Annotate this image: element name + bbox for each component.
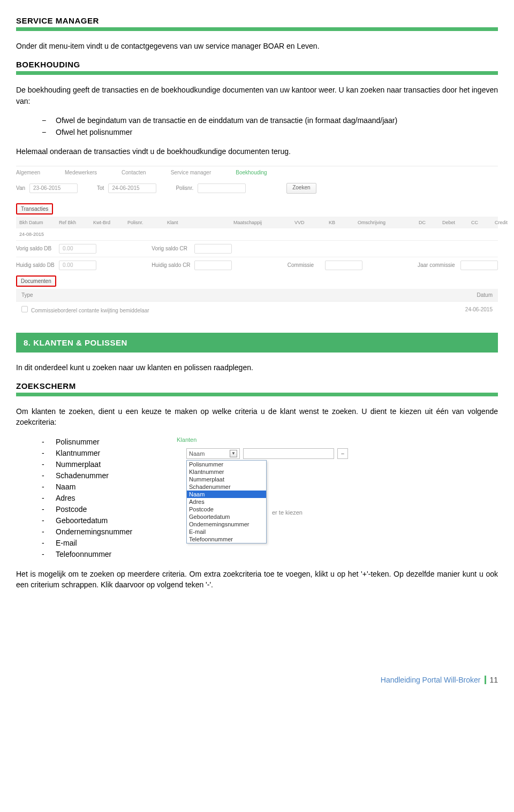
dash-icon: -	[42, 436, 56, 448]
doc-col-type: Type	[21, 292, 33, 298]
col-debet: Debet	[442, 220, 469, 225]
dash-icon: −	[42, 127, 56, 137]
jaar-commissie-label: Jaar commissie	[418, 262, 460, 268]
klanten-polissen-banner: 8. KLANTEN & POLISSEN	[16, 333, 498, 353]
col-credit: Credit	[495, 220, 514, 225]
col-cc: CC	[471, 220, 493, 225]
criteria-list: -Polisnummer -Klantnummer -Nummerplaat -…	[42, 436, 155, 560]
dash-icon: -	[42, 515, 56, 526]
polisnr-input[interactable]	[198, 183, 246, 193]
zoeken-button[interactable]: Zoeken	[286, 183, 316, 194]
dd-option[interactable]: Postcode	[187, 505, 266, 513]
boekhouding-bullets: −Ofwel de begindatum van de transactie e…	[42, 115, 498, 138]
bullet-text: Ofwel het polisnummer	[56, 127, 132, 137]
section-rule	[16, 71, 498, 75]
select-value: Naam	[189, 450, 205, 457]
klanten-dropdown-screenshot: Klanten Naam ▼ − Polisnummer Klantnummer…	[177, 436, 348, 550]
tot-input[interactable]: 24-06-2015	[108, 183, 156, 193]
dd-option-selected[interactable]: Naam	[187, 491, 266, 498]
table-row: 24-08-2015	[16, 228, 498, 240]
huidig-saldo-row: Huidig saldo DB 0.00 Huidig saldo CR Com…	[16, 257, 498, 273]
vorig-saldo-cr-label: Vorig saldo CR	[152, 246, 194, 251]
list-item-label: Adres	[56, 493, 75, 504]
dash-icon: -	[42, 448, 56, 459]
footer-page-number: 11	[485, 676, 498, 684]
dash-icon: -	[42, 481, 56, 493]
col-vvd: VVD	[294, 220, 327, 225]
huidig-saldo-cr-value	[194, 261, 232, 270]
col-omschrijving: Omschrijving	[358, 220, 417, 225]
document-icon	[21, 306, 28, 312]
criteria-select[interactable]: Naam ▼	[186, 448, 240, 459]
dd-option[interactable]: Schadenummer	[187, 483, 266, 491]
section-rule	[16, 393, 498, 396]
tab-medewerkers[interactable]: Medewerkers	[65, 170, 97, 175]
dd-option[interactable]: Telefoonnummer	[187, 535, 266, 543]
document-row[interactable]: Commissieborderel contante kwijting bemi…	[16, 301, 498, 318]
list-item-label: Geboortedatum	[56, 515, 108, 526]
list-item-label: Naam	[56, 481, 75, 493]
boekhouding-intro: De boekhouding geeft de transacties en d…	[16, 85, 498, 106]
documenten-header: Type Datum	[16, 289, 498, 301]
list-item-label: Ondernemingsnummer	[56, 526, 132, 538]
dash-icon: -	[42, 470, 56, 481]
dash-icon: -	[42, 493, 56, 504]
list-item-label: Nummerplaat	[56, 459, 101, 470]
dd-hint-text: er te kiezen	[272, 509, 434, 516]
transacties-button[interactable]: Transacties	[16, 203, 53, 215]
klanten-intro: In dit onderdeel kunt u zoeken naar uw k…	[16, 362, 498, 373]
dd-option[interactable]: Polisnummer	[187, 461, 266, 468]
dash-icon: -	[42, 549, 56, 560]
dd-option[interactable]: Geboortedatum	[187, 513, 266, 520]
doc-col-datum: Datum	[477, 292, 493, 298]
zoekscherm-outro: Het is mogelijk om te zoeken op meerdere…	[16, 569, 498, 591]
criteria-dropdown-list: Polisnummer Klantnummer Nummerplaat Scha…	[186, 460, 267, 543]
van-input[interactable]: 23-06-2015	[29, 183, 78, 193]
list-item-label: Telefoonnummer	[56, 549, 111, 560]
doc-date-text: 24-06-2015	[465, 307, 493, 312]
boekhouding-outro: Helemaal onderaan de transacties vindt u…	[16, 146, 498, 157]
list-item-label: Schadenummer	[56, 470, 109, 481]
huidig-saldo-cr-label: Huidig saldo CR	[152, 262, 194, 268]
list-item-label: Polisnummer	[56, 436, 100, 448]
documenten-button[interactable]: Documenten	[16, 275, 56, 287]
zoekscherm-intro: Om klanten te zoeken, dient u een keuze …	[16, 406, 498, 428]
search-input[interactable]	[243, 448, 334, 459]
col-dc: DC	[419, 220, 440, 225]
commissie-label: Commissie	[288, 262, 325, 268]
tab-contacten[interactable]: Contacten	[122, 170, 146, 175]
col-ref-bkh: Ref Bkh	[59, 220, 91, 225]
tot-label: Tot	[97, 185, 104, 191]
dd-option[interactable]: Adres	[187, 498, 266, 505]
dash-icon: -	[42, 526, 56, 538]
tab-algemeen[interactable]: Algemeen	[16, 170, 40, 175]
list-item-label: E-mail	[56, 538, 77, 549]
list-item-label: Postcode	[56, 504, 87, 515]
jaar-commissie-value	[460, 261, 498, 270]
page-footer: Handleiding Portal Will-Broker 11	[16, 676, 498, 684]
col-maatschappij: Maatschappij	[233, 220, 292, 225]
remove-criterion-button[interactable]: −	[337, 448, 348, 459]
dash-icon: -	[42, 459, 56, 470]
dd-option[interactable]: Ondernemingsnummer	[187, 520, 266, 528]
polisnr-label: Polisnr.	[176, 185, 193, 191]
transacties-table-header: Bkh Datum Ref Bkh Kwt-Brd Polisnr. Klant…	[16, 217, 498, 228]
dd-option[interactable]: E-mail	[187, 528, 266, 535]
vorig-saldo-cr-value	[194, 244, 232, 254]
vorig-saldo-db-value: 0.00	[59, 244, 96, 254]
vorig-saldo-row: Vorig saldo DB 0.00 Vorig saldo CR	[16, 240, 498, 257]
huidig-saldo-db-value: 0.00	[59, 261, 96, 270]
boekhouding-heading: BOEKHOUDING	[16, 60, 498, 69]
cell: 24-08-2015	[19, 232, 57, 237]
col-polisnr: Polisnr.	[127, 220, 165, 225]
dd-option[interactable]: Klantnummer	[187, 468, 266, 476]
tab-service-manager[interactable]: Service manager	[171, 170, 211, 175]
doc-type-text: Commissieborderel contante kwijting bemi…	[31, 308, 149, 313]
tabs-row: Algemeen Medewerkers Contacten Service m…	[16, 170, 498, 175]
dd-option[interactable]: Nummerplaat	[187, 476, 266, 483]
dash-icon: −	[42, 115, 56, 126]
boekhouding-screenshot: Algemeen Medewerkers Contacten Service m…	[16, 166, 498, 318]
tab-boekhouding[interactable]: Boekhouding	[236, 170, 267, 175]
vorig-saldo-db-label: Vorig saldo DB	[16, 246, 59, 251]
col-kwt-brd: Kwt-Brd	[93, 220, 125, 225]
